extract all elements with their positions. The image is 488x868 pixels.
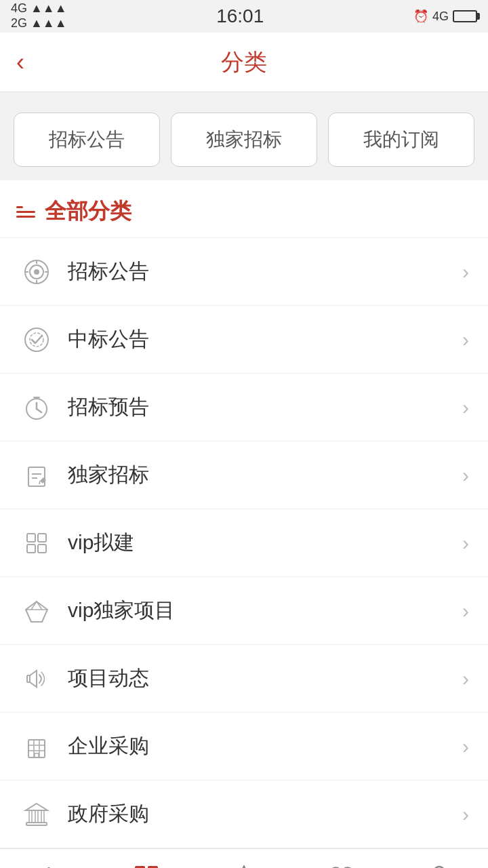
svg-rect-35 <box>29 810 32 823</box>
category-icon <box>131 863 161 869</box>
svg-rect-19 <box>27 545 35 553</box>
quick-btn-djzb[interactable]: 独家招标 <box>171 113 317 167</box>
category-list: 招标公告 › 中标公告 › 招标预告 › <box>0 238 488 848</box>
chevron-right-icon: › <box>462 260 469 283</box>
category-item-vipxm[interactable]: vip独家项目 › <box>0 577 488 645</box>
diamond-icon <box>19 593 54 629</box>
category-label-zbgg: 招标公告 <box>68 258 462 285</box>
category-label-qycg: 企业采购 <box>68 732 462 760</box>
network-icon: 4G <box>432 9 449 24</box>
category-label-zbgg2: 中标公告 <box>68 326 462 353</box>
header: ‹ 分类 <box>0 33 488 92</box>
chevron-right-icon: › <box>462 735 469 758</box>
svg-line-11 <box>37 409 41 412</box>
svg-marker-33 <box>26 804 47 810</box>
svg-point-2 <box>34 269 39 275</box>
svg-rect-36 <box>35 810 38 823</box>
category-label-vipnj: vip拟建 <box>68 529 462 557</box>
category-item-qycg[interactable]: 企业采购 › <box>0 713 488 781</box>
tab-home[interactable]: 首页 <box>0 863 98 869</box>
svg-rect-26 <box>27 675 30 682</box>
person-icon <box>424 863 454 869</box>
chevron-right-icon: › <box>462 667 469 690</box>
svg-line-16 <box>39 481 40 484</box>
page-title: 分类 <box>221 47 267 78</box>
alarm-icon: ⏰ <box>413 9 428 24</box>
svg-rect-37 <box>41 810 44 823</box>
svg-marker-25 <box>30 671 37 687</box>
category-label-djzb: 独家招标 <box>68 461 462 489</box>
battery-icon <box>453 10 477 22</box>
tab-category[interactable]: 分类 <box>98 863 195 869</box>
category-item-zfcg[interactable]: 政府采购 › <box>0 781 488 848</box>
building-icon <box>19 729 54 764</box>
chevron-right-icon: › <box>462 532 469 555</box>
chevron-right-icon: › <box>462 803 469 826</box>
bank-icon <box>19 797 54 832</box>
quick-btn-zbgg[interactable]: 招标公告 <box>14 113 160 167</box>
signal-2g: 2G ▲▲▲ <box>11 16 66 31</box>
svg-rect-18 <box>38 534 46 542</box>
tab-favorite[interactable]: 收藏 <box>195 863 293 869</box>
signal-4g: 4G ▲▲▲ <box>11 1 66 16</box>
status-icons: ⏰ 4G <box>413 9 477 24</box>
svg-rect-27 <box>28 740 45 757</box>
status-time: 16:01 <box>216 5 264 27</box>
clock-icon <box>19 390 54 425</box>
back-button[interactable]: ‹ <box>16 48 24 77</box>
category-item-zbyg[interactable]: 招标预告 › <box>0 374 488 441</box>
quick-buttons-section: 招标公告 独家招标 我的订阅 <box>0 92 488 180</box>
svg-rect-13 <box>28 467 45 486</box>
signal-indicators: 4G ▲▲▲ 2G ▲▲▲ <box>11 1 66 31</box>
category-item-djzb[interactable]: 独家招标 › <box>0 441 488 509</box>
svg-point-7 <box>25 328 48 351</box>
chevron-right-icon: › <box>462 599 469 623</box>
chevron-right-icon: › <box>462 396 469 419</box>
svg-marker-21 <box>26 601 47 622</box>
chevron-right-icon: › <box>462 464 469 487</box>
category-item-xmdt[interactable]: 项目动态 › <box>0 645 488 713</box>
tab-mine[interactable]: 我的 <box>390 863 488 869</box>
category-item-zbgg2[interactable]: 中标公告 › <box>0 306 488 374</box>
category-item-vipnj[interactable]: vip拟建 › <box>0 509 488 577</box>
heart-icon <box>327 863 357 869</box>
svg-rect-40 <box>135 866 145 869</box>
list-icon <box>16 206 35 218</box>
star-icon <box>229 863 259 869</box>
svg-rect-17 <box>27 534 35 542</box>
edit-icon <box>19 458 54 493</box>
target-icon <box>19 254 54 290</box>
category-label-zbyg: 招标预告 <box>68 393 462 421</box>
category-label-vipxm: vip独家项目 <box>68 597 462 625</box>
category-label-xmdt: 项目动态 <box>68 665 462 692</box>
status-bar: 4G ▲▲▲ 2G ▲▲▲ 16:01 ⏰ 4G <box>0 0 488 33</box>
quick-btn-mysubscription[interactable]: 我的订阅 <box>328 113 474 167</box>
section-title: 全部分类 <box>45 197 131 226</box>
category-item-zbgg[interactable]: 招标公告 › <box>0 238 488 306</box>
svg-rect-41 <box>148 866 158 869</box>
svg-marker-44 <box>232 866 256 869</box>
home-icon <box>34 863 64 869</box>
all-categories-header: 全部分类 <box>0 180 488 238</box>
grid-icon <box>19 526 54 561</box>
tab-subscription[interactable]: 订阅 <box>293 863 390 869</box>
chevron-right-icon: › <box>462 328 469 351</box>
svg-rect-20 <box>38 545 46 553</box>
category-label-zfcg: 政府采购 <box>68 800 462 828</box>
speaker-icon <box>19 661 54 696</box>
tab-bar: 首页 分类 收藏 订阅 <box>0 848 488 868</box>
check-circle-icon <box>19 322 54 357</box>
